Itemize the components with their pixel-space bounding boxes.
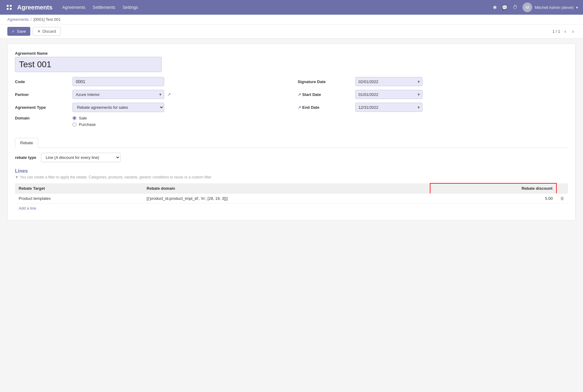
start-date-external-link-icon[interactable]: ↗ <box>298 92 301 97</box>
partner-dropdown[interactable]: ▾ <box>72 90 164 99</box>
col-rebate-discount: Rebate discount <box>430 183 556 193</box>
end-date-external-link-icon[interactable]: ↗ <box>298 105 301 110</box>
nav-agreements[interactable]: Agreements <box>62 4 85 11</box>
discard-label: Discard <box>42 29 56 34</box>
discard-x-icon: ✕ <box>37 29 41 34</box>
partner-external-link-icon[interactable]: ↗ <box>167 92 171 97</box>
start-date-dropdown-arrow[interactable]: ▾ <box>415 90 422 99</box>
breadcrumb: Agreements / [0001] Test 001 <box>0 15 583 24</box>
start-date-row: ↗Start Date ▾ <box>298 90 568 99</box>
toolbar: ✓ Save ✕ Discard 1 / 1 ‹ › <box>0 24 583 38</box>
tabs-bar: Rebate <box>15 138 568 148</box>
domain-sale-option[interactable]: Sale <box>72 116 286 120</box>
col-actions <box>556 183 568 193</box>
partner-value: ▾ ↗ <box>72 90 286 99</box>
filter-icon: ▼ <box>15 175 19 179</box>
app-title: Agreements <box>17 4 53 11</box>
lines-table-header: Rebate Target Rebate domain Rebate disco… <box>15 183 568 193</box>
top-navigation: Agreements Agreements Settlements Settin… <box>0 0 583 15</box>
clock-icon[interactable]: ⏱ <box>513 5 518 10</box>
discard-button[interactable]: ✕ Discard <box>33 27 61 36</box>
rebate-type-label: rebate type <box>15 155 36 160</box>
partner-dropdown-arrow[interactable]: ▾ <box>157 90 164 99</box>
avatar: M <box>522 2 532 12</box>
start-date-picker[interactable]: ▾ <box>355 90 422 99</box>
col-rebate-domain: Rebate domain <box>143 183 430 193</box>
svg-rect-2 <box>7 8 9 10</box>
domain-purchase-radio[interactable] <box>72 123 76 126</box>
pagination-controls: 1 / 1 ‹ › <box>552 28 576 35</box>
partner-input[interactable] <box>73 90 157 99</box>
rebate-type-row: rebate type Line (A discount for every l… <box>15 153 568 162</box>
signature-date-input[interactable] <box>356 78 415 86</box>
domain-sale-label: Sale <box>79 116 87 120</box>
two-col-form: Code Partner ▾ ↗ <box>15 77 568 130</box>
col-rebate-target: Rebate Target <box>15 183 143 193</box>
chat-icon[interactable]: 💬 <box>502 5 508 10</box>
add-line-button[interactable]: Add a line <box>15 203 40 213</box>
tab-rebate[interactable]: Rebate <box>15 138 38 148</box>
prev-record-button[interactable]: ‹ <box>563 28 568 35</box>
start-date-input[interactable] <box>356 90 415 99</box>
end-date-value: ▾ <box>355 103 568 112</box>
nav-settlements[interactable]: Settlements <box>93 4 115 11</box>
agreement-type-label: Agreement Type <box>15 105 70 110</box>
svg-rect-3 <box>10 8 12 10</box>
signature-date-picker[interactable]: ▾ <box>355 77 422 86</box>
grid-menu-icon[interactable] <box>5 3 13 12</box>
save-checkmark-icon: ✓ <box>12 29 15 34</box>
lines-hint-text: You can create a filter to apply the reb… <box>20 175 212 179</box>
cell-rebate-discount: 5.00 <box>430 193 556 203</box>
cell-delete: 🗑 <box>556 193 568 203</box>
end-date-picker[interactable]: ▾ <box>355 103 422 112</box>
signature-date-value: ▾ <box>355 77 568 86</box>
domain-sale-radio[interactable] <box>72 116 76 120</box>
domain-purchase-label: Purchase <box>79 122 96 127</box>
end-date-dropdown-arrow[interactable]: ▾ <box>415 103 422 112</box>
nav-links: Agreements Settlements Settings <box>62 4 493 11</box>
pagination-text: 1 / 1 <box>552 29 560 34</box>
start-date-label: ↗Start Date <box>298 92 353 97</box>
code-label: Code <box>15 79 70 84</box>
end-date-label: ↗End Date <box>298 105 353 110</box>
code-input[interactable] <box>72 77 164 86</box>
agreement-type-select[interactable]: Rebate agreements for sales <box>72 103 164 112</box>
user-label: Mitchell Admin (devel) <box>535 5 574 10</box>
signature-date-row: Signature Date ▾ <box>298 77 568 86</box>
save-label: Save <box>17 29 26 34</box>
domain-purchase-option[interactable]: Purchase <box>72 122 286 127</box>
breadcrumb-current: [0001] Test 001 <box>34 17 61 22</box>
code-row: Code <box>15 77 286 86</box>
breadcrumb-parent[interactable]: Agreements <box>7 17 29 22</box>
signature-date-dropdown-arrow[interactable]: ▾ <box>415 77 422 86</box>
next-record-button[interactable]: › <box>570 28 576 35</box>
topnav-right: ✱ 💬 ⏱ M Mitchell Admin (devel) ▾ <box>493 2 578 12</box>
lines-table-header-row: Rebate Target Rebate domain Rebate disco… <box>15 183 568 193</box>
svg-rect-0 <box>7 5 9 7</box>
delete-row-icon[interactable]: 🗑 <box>560 196 564 201</box>
table-row: Product templates [('product_id.product_… <box>15 193 568 203</box>
signature-date-label: Signature Date <box>298 79 353 84</box>
domain-row: Domain Sale Purchase <box>15 116 286 127</box>
rebate-type-select[interactable]: Line (A discount for every line) <box>41 153 120 162</box>
agreement-name-input[interactable] <box>15 57 162 72</box>
user-dropdown-icon[interactable]: ▾ <box>576 5 578 10</box>
domain-radio-group: Sale Purchase <box>72 116 286 127</box>
save-button[interactable]: ✓ Save <box>7 27 30 36</box>
user-menu[interactable]: M Mitchell Admin (devel) ▾ <box>522 2 578 12</box>
start-date-value: ▾ <box>355 90 568 99</box>
left-column: Code Partner ▾ ↗ <box>15 77 286 130</box>
agreement-name-group: Agreement Name <box>15 51 568 72</box>
lines-table-body: Product templates [('product_id.product_… <box>15 193 568 203</box>
breadcrumb-separator: / <box>31 17 32 22</box>
domain-label: Domain <box>15 116 70 120</box>
right-column: Signature Date ▾ ↗Start Date <box>298 77 568 130</box>
bug-icon[interactable]: ✱ <box>493 5 497 10</box>
cell-rebate-target: Product templates <box>15 193 143 203</box>
nav-settings[interactable]: Settings <box>123 4 138 11</box>
main-content: Agreement Name Code Partner <box>0 38 583 225</box>
partner-label: Partner <box>15 92 70 97</box>
end-date-input[interactable] <box>356 103 415 112</box>
svg-rect-1 <box>10 5 12 7</box>
agreement-type-row: Agreement Type Rebate agreements for sal… <box>15 103 286 112</box>
